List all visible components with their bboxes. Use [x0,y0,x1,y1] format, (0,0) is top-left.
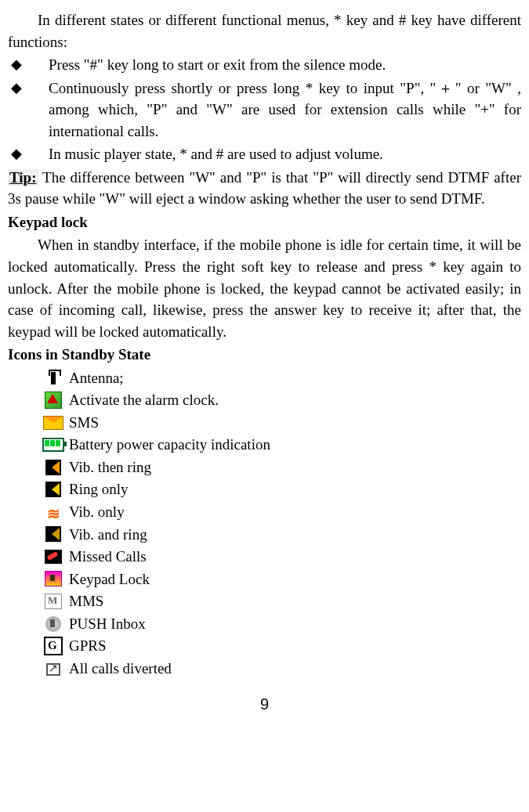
battery-icon [42,436,64,453]
vib-then-ring-icon [42,459,64,476]
icon-label: Vib. then ring [69,457,151,478]
icon-label: Activate the alarm clock. [69,389,219,411]
diamond-bullet-icon: ◆ [8,78,49,98]
ring-only-icon [42,481,64,498]
functions-bullet-list: ◆ Press "#" key long to start or exit fr… [8,54,521,165]
intro-paragraph: In different states or different functio… [8,9,521,52]
tip-paragraph: Tip: The difference between "W" and "P" … [8,167,521,210]
icon-row: GPRS [42,635,521,657]
icon-label: Ring only [69,478,128,500]
diamond-bullet-icon: ◆ [8,143,49,164]
icon-row: All calls diverted [42,658,521,680]
icon-row: Vib. and ring [42,524,521,546]
icon-row: Ring only [42,478,521,500]
icon-row: Vib. only [42,501,521,523]
keypad-lock-heading: Keypad lock [8,211,521,233]
gprs-icon [42,637,64,655]
tip-label: Tip: [8,169,38,186]
bullet-text: Continuously press shortly or press long… [49,78,521,143]
antenna-icon [42,370,64,387]
sms-icon [42,414,64,431]
icon-row: MMS [42,590,521,612]
icon-row: Keypad Lock [42,568,521,590]
icon-label: Vib. and ring [69,524,147,546]
alarm-icon [42,392,64,409]
bullet-text: Press "#" key long to start or exit from… [49,54,521,76]
vib-only-icon [42,503,64,521]
icons-standby-heading: Icons in Standby State [8,344,521,366]
standby-icons-list: Antenna; Activate the alarm clock. SMS B… [42,367,521,680]
keypad-lock-icon [42,570,64,587]
icon-label: All calls diverted [69,658,172,680]
keypad-lock-paragraph: When in standby interface, if the mobile… [8,234,521,342]
diamond-bullet-icon: ◆ [8,54,49,74]
icon-row: Missed Calls [42,546,521,568]
icon-label: PUSH Inbox [69,613,146,635]
bullet-item: ◆ Continuously press shortly or press lo… [8,78,521,143]
bullet-text: In music player state, * and # are used … [49,143,521,165]
mms-icon [42,593,64,610]
vib-and-ring-icon [42,525,64,543]
icon-label: Battery power capacity indication [69,434,270,456]
icon-label: SMS [69,412,99,434]
tip-text: The difference between "W" and "P" is th… [8,169,521,208]
icon-label: MMS [69,590,103,612]
icon-label: Missed Calls [69,546,147,568]
icon-row: Battery power capacity indication [42,434,521,456]
icon-row: Antenna; [42,367,521,389]
divert-icon [42,660,64,677]
icon-row: Vib. then ring [42,457,521,478]
icon-label: GPRS [69,635,107,657]
icon-row: SMS [42,412,521,434]
missed-calls-icon [42,548,64,565]
page-number: 9 [8,693,521,716]
bullet-item: ◆ In music player state, * and # are use… [8,143,521,165]
push-inbox-icon [42,615,64,633]
icon-label: Antenna; [69,367,124,389]
icon-label: Vib. only [69,501,125,523]
icon-label: Keypad Lock [69,568,150,590]
bullet-item: ◆ Press "#" key long to start or exit fr… [8,54,521,76]
icon-row: PUSH Inbox [42,613,521,635]
icon-row: Activate the alarm clock. [42,389,521,411]
